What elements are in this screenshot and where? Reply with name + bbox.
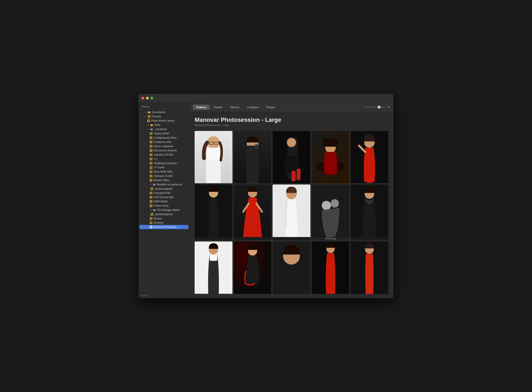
slider-thumb[interactable] xyxy=(378,106,380,109)
minimize-button[interactable] xyxy=(146,97,149,99)
svg-rect-33 xyxy=(151,151,152,152)
chevron-down-icon xyxy=(150,183,152,186)
sidebar-item-nasos[interactable]: Насос стиралки xyxy=(139,144,189,148)
photo-item[interactable] xyxy=(351,131,388,183)
maximize-button[interactable] xyxy=(150,97,153,99)
tab-people[interactable]: People xyxy=(263,105,278,110)
sidebar-item-sumka[interactable]: Сумка SONY xyxy=(139,131,189,136)
photo-item[interactable] xyxy=(273,185,310,240)
svg-rect-50 xyxy=(150,170,151,172)
sidebar-item-picasa1[interactable]: .picasaoriginals xyxy=(139,187,189,191)
tab-events[interactable]: Events xyxy=(211,105,226,110)
slider-track[interactable] xyxy=(369,107,386,107)
sidebar-item-fmp4[interactable]: FMP4 B&W xyxy=(139,199,189,204)
grid-icon xyxy=(150,213,153,216)
photo-item[interactable]: 3650bw.jpg xyxy=(312,185,350,240)
sidebar-item-label: .picasaoriginals xyxy=(154,213,173,216)
sidebar-item-label: Olympus IS-200 xyxy=(154,175,173,177)
sidebar-item-tvtuner[interactable]: TV-Tuner xyxy=(139,165,189,170)
sidebar-item-2020[interactable]: 2020 xyxy=(139,123,189,127)
svg-rect-23 xyxy=(151,141,152,142)
sidebar-item-label: TV-Tuner xyxy=(154,166,165,169)
svg-rect-42 xyxy=(150,162,151,163)
sidebar-item-sony-hdr[interactable]: Sony HDR-SR8 xyxy=(139,170,189,174)
sidebar-item-otvortki[interactable]: Отвертки wiha xyxy=(139,140,189,144)
sidebar-item-monitor-dell[interactable]: Monitor DELL xyxy=(139,178,189,182)
sidebar-item-pictures[interactable]: Pictures xyxy=(139,114,189,119)
sidebar-item-desktop[interactable]: Desktop xyxy=(139,221,189,225)
svg-rect-69 xyxy=(151,192,152,193)
svg-rect-79 xyxy=(151,202,152,203)
tab-folders[interactable]: Folders xyxy=(193,105,210,110)
photo-item[interactable] xyxy=(195,185,232,240)
sidebar-item-hardware[interactable]: _hardware xyxy=(139,127,189,131)
sidebar-item-photo-booth[interactable]: Photo Booth Library … xyxy=(139,119,189,123)
tab-locations[interactable]: Locations xyxy=(244,105,262,110)
folder-icon xyxy=(148,111,151,114)
close-button[interactable] xyxy=(142,97,144,99)
grid-icon xyxy=(150,145,153,148)
sidebar-item-label: Yamaha CR-600 xyxy=(154,153,173,156)
sidebar-item-scanner[interactable]: Слайдсканер Broo… xyxy=(139,136,189,140)
sidebar-header: Photos xyxy=(139,103,189,109)
sidebar-items: Documents Pictures xyxy=(139,109,189,292)
sidebar-item-grundig[interactable]: Grundig RT50 xyxy=(139,191,189,195)
svg-rect-72 xyxy=(150,196,151,197)
sidebar-item-macmini[interactable]: MacMini на запчасти xyxy=(139,182,189,187)
svg-rect-51 xyxy=(151,170,152,172)
svg-rect-3 xyxy=(149,115,150,116)
chevron-down-icon xyxy=(150,209,152,211)
svg-rect-28 xyxy=(150,146,151,148)
photo-item[interactable] xyxy=(273,131,310,183)
sidebar-item-chime[interactable]: Chime Clock xyxy=(139,204,189,208)
sidebar-item-burson[interactable]: Burson xyxy=(139,216,189,221)
photo-item[interactable] xyxy=(351,242,388,294)
svg-rect-61 xyxy=(151,181,152,182)
grid-icon xyxy=(150,153,153,156)
photo-item[interactable] xyxy=(351,185,388,240)
svg-rect-97 xyxy=(151,223,152,224)
svg-rect-98 xyxy=(150,226,151,227)
page-title: Manovar Photosession - Large xyxy=(195,117,388,123)
svg-rect-53 xyxy=(151,172,152,173)
sidebar-item-manovar[interactable]: Manovar Photossio… xyxy=(139,225,189,229)
svg-rect-31 xyxy=(151,149,152,150)
svg-rect-19 xyxy=(151,136,152,138)
sidebar-item-documents[interactable]: Documents xyxy=(139,110,189,114)
content-area: Folders Events Albums Locations People xyxy=(190,103,393,298)
zoom-out-icon xyxy=(365,105,368,109)
photo-item[interactable] xyxy=(195,242,232,294)
sidebar-item-yamaha[interactable]: Yamaha CR-600 xyxy=(139,153,189,157)
svg-rect-107 xyxy=(207,148,220,160)
svg-rect-117 xyxy=(284,156,299,173)
sidebar-item-magnitola[interactable]: Магнитола Avensis xyxy=(139,148,189,153)
svg-rect-40 xyxy=(150,159,151,160)
grid-icon xyxy=(150,175,153,177)
photo-item[interactable] xyxy=(234,185,272,240)
photo-item[interactable] xyxy=(312,242,350,294)
svg-rect-20 xyxy=(150,138,151,139)
sidebar-item-olympus[interactable]: Olympus IS-200 xyxy=(139,174,189,178)
photo-item[interactable] xyxy=(234,131,272,183)
svg-rect-7 xyxy=(149,119,150,121)
sidebar-item-picasa2[interactable]: .picasaoriginals xyxy=(139,212,189,216)
svg-rect-75 xyxy=(151,197,152,199)
sidebar-item-label: Manovar Photossio… xyxy=(154,226,179,229)
photo-item[interactable] xyxy=(273,242,310,294)
svg-rect-49 xyxy=(151,168,152,169)
sidebar-item-fsp[interactable]: FSP Everest 800 xyxy=(139,195,189,199)
svg-rect-22 xyxy=(150,141,151,142)
tab-albums[interactable]: Albums xyxy=(227,105,243,110)
sidebar-item-y1[interactable]: Y-1 xyxy=(139,157,189,161)
sidebar-item-cd-changer[interactable]: CD-Changer Alpine xyxy=(139,208,189,212)
grid-icon xyxy=(150,132,153,135)
sidebar-item-label: 2020 xyxy=(154,124,160,126)
svg-rect-91 xyxy=(151,217,152,218)
photo-item[interactable] xyxy=(195,131,232,183)
svg-rect-18 xyxy=(150,136,151,138)
sidebar-item-tandberg[interactable]: Tandberg Solvsuper… xyxy=(139,161,189,165)
svg-rect-86 xyxy=(151,213,152,214)
photo-item[interactable] xyxy=(312,131,350,183)
svg-rect-34 xyxy=(150,154,151,154)
photo-item[interactable] xyxy=(234,242,272,294)
